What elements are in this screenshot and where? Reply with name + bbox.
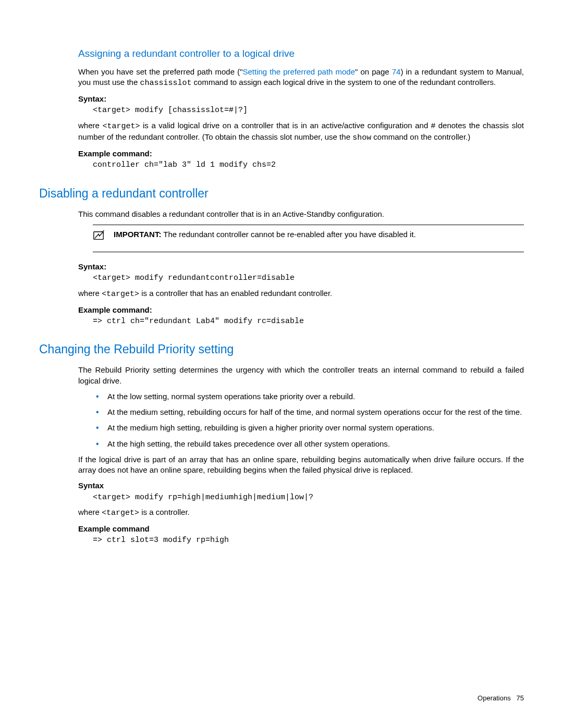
text: " on page <box>355 67 392 76</box>
page-footer: Operations 75 <box>478 694 524 703</box>
important-body: The redundant controller cannot be re-en… <box>161 230 415 239</box>
code-chassisslot: chassisslot <box>140 79 191 88</box>
syntax-code: <target> modify rp=high|mediumhigh|mediu… <box>78 492 524 503</box>
page-container: Assigning a redundant controller to a lo… <box>0 0 563 728</box>
text: command on the controller.) <box>371 132 470 141</box>
link-preferred-path-mode[interactable]: Setting the preferred path mode <box>242 67 355 76</box>
section2-body: This command disables a redundant contro… <box>39 209 524 327</box>
list-item: At the medium setting, rebuilding occurs… <box>93 407 524 417</box>
section-heading-rebuild-priority: Changing the Rebuild Priority setting <box>39 341 524 357</box>
important-label: IMPORTANT: <box>114 230 161 239</box>
syntax-code: <target> modify redundantcontroller=disa… <box>78 273 524 283</box>
example-code: => ctrl slot=3 modify rp=high <box>78 535 524 546</box>
syntax-code: <target> modify [chassisslot=#|?] <box>78 105 524 116</box>
text: where <box>78 289 102 298</box>
code-target: <target> <box>102 122 140 131</box>
section1-para1: When you have set the preferred path mod… <box>78 67 524 89</box>
text: When you have set the preferred path mod… <box>78 67 242 76</box>
text: is a controller. <box>139 508 190 516</box>
code-target: <target> <box>102 509 139 517</box>
important-text: IMPORTANT: The redundant controller cann… <box>114 229 524 240</box>
link-page-74[interactable]: 74 <box>392 67 401 76</box>
syntax-label: Syntax: <box>78 262 524 272</box>
syntax-label: Syntax <box>78 480 524 491</box>
section2-para1: This command disables a redundant contro… <box>78 209 524 219</box>
section1-body: When you have set the preferred path mod… <box>39 67 524 171</box>
rebuild-bullet-list: At the low setting, normal system operat… <box>78 391 524 449</box>
example-label: Example command <box>78 524 524 534</box>
text: where <box>78 508 102 516</box>
example-label: Example command: <box>78 305 524 315</box>
section-heading-disabling: Disabling a redundant controller <box>39 186 524 202</box>
text: is a controller that has an enabled redu… <box>139 289 332 298</box>
important-icon <box>93 230 104 244</box>
text: where <box>78 121 102 130</box>
list-item: At the low setting, normal system operat… <box>93 391 524 402</box>
example-label: Example command: <box>78 149 524 159</box>
footer-title: Operations <box>478 694 511 702</box>
code-show: show <box>352 133 371 142</box>
list-item: At the high setting, the rebuild takes p… <box>93 439 524 449</box>
footer-page-number: 75 <box>517 694 524 702</box>
section1-para2: where <target> is a valid logical drive … <box>78 120 524 144</box>
list-item: At the medium high setting, rebuilding i… <box>93 423 524 433</box>
text: command to assign each logical drive in … <box>191 78 496 87</box>
section3-para1: The Rebuild Priority setting determines … <box>78 365 524 386</box>
syntax-label: Syntax: <box>78 94 524 104</box>
section2-para2: where <target> is a controller that has … <box>78 288 524 300</box>
example-code: => ctrl ch="redundant Lab4" modify rc=di… <box>78 316 524 327</box>
section3-body: The Rebuild Priority setting determines … <box>39 365 524 546</box>
subheading-assigning: Assigning a redundant controller to a lo… <box>39 47 524 60</box>
section3-para3: where <target> is a controller. <box>78 507 524 519</box>
section3-para2: If the logical drive is part of an array… <box>78 454 524 476</box>
important-note: IMPORTANT: The redundant controller cann… <box>93 225 524 252</box>
code-target: <target> <box>102 290 139 299</box>
example-code: controller ch="lab 3" ld 1 modify chs=2 <box>78 160 524 170</box>
